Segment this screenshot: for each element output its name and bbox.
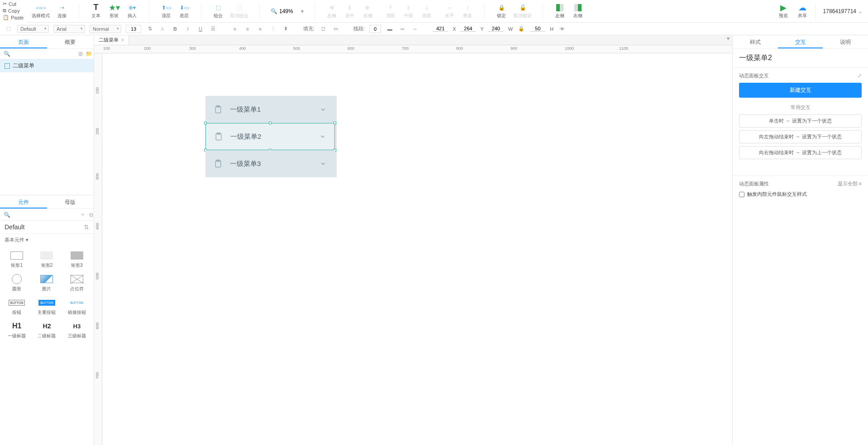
paste-button[interactable]: 📋Paste [3,14,24,20]
select-mode-button[interactable]: ▭▭选择模式 [32,4,50,19]
font-size-input[interactable] [126,25,141,33]
trigger-inner-checkbox[interactable]: 触发内部元件鼠标交互样式 [739,191,862,198]
left-panel-button[interactable]: 左侧 [554,4,566,19]
zoom-input[interactable] [279,8,299,14]
ix-preset-swipe-right[interactable]: 向右拖动结束时 → 设置为上一个状态 [739,146,862,159]
widget-image[interactable]: 图片 [33,272,61,294]
widget-link-button[interactable]: BUTTON链接按钮 [63,296,91,317]
tabs-dropdown-icon[interactable]: ▾ [724,35,732,45]
h-input[interactable] [530,26,545,32]
align-bottom-button[interactable]: ⫰底部 [421,4,433,19]
unlock-button[interactable]: 🔓取消锁定 [514,4,532,19]
align-left-button[interactable]: ⫷左侧 [326,4,338,19]
lib-settings-icon[interactable]: ⧉ [89,212,93,218]
add-folder-icon[interactable]: 📁 [86,51,92,57]
page-search-input[interactable] [13,51,76,57]
widget-h1[interactable]: H1一级标题 [3,319,31,341]
align-center-button[interactable]: ⫿居中 [344,4,356,19]
tab-notes[interactable]: 说明 [823,35,868,48]
preview-button[interactable]: ▶预览 [777,4,789,19]
widget-category[interactable]: 基本元件 ▾ [0,234,94,246]
widget-rect3[interactable]: 矩形3 [63,249,91,270]
align-middle-button[interactable]: ⫾中部 [403,4,415,19]
line-width-input[interactable] [369,25,381,33]
close-tab-icon[interactable]: × [121,38,124,43]
canvas-menu-item-1[interactable]: 一级菜单1 [205,96,335,123]
w-input[interactable] [488,26,504,32]
widget-circle[interactable]: 圆形 [3,272,31,294]
style-preset-select[interactable]: Default [17,25,49,33]
weight-select[interactable]: Normal [90,25,121,33]
document-tab[interactable]: 二级菜单 × [94,35,129,45]
tab-masters[interactable]: 母版 [47,195,94,208]
fill-more-button[interactable]: ▭ [332,25,340,33]
y-input[interactable] [460,26,476,32]
widget-button[interactable]: BUTTON按钮 [3,296,31,317]
add-page-icon[interactable]: ⊞ [78,51,83,57]
user-menu[interactable]: 17864197714⌄ [823,8,863,14]
widget-search-input[interactable] [14,212,76,218]
menu-item-label: 一级菜单3 [230,160,312,168]
tab-widgets[interactable]: 元件 [0,195,47,208]
lock-button[interactable]: 🔒锁定 [496,4,507,19]
show-all-link[interactable]: 显示全部 ≡ [838,180,862,187]
align-center-text-button[interactable]: ≡ [243,25,252,33]
copy-button[interactable]: ⧉Copy [3,8,24,14]
canvas-menu-item-2[interactable]: 一级菜单2 [205,123,335,150]
zoom-control[interactable]: 🔍 ▾ [271,8,304,14]
widget-rect2[interactable]: 矩形2 [33,249,61,270]
font-color-button[interactable]: A [158,25,167,33]
visibility-icon[interactable]: 👁 [558,25,566,33]
valign-button[interactable]: ⋮ [269,25,277,33]
connect-button[interactable]: ⇢连接 [56,4,68,19]
bullets-button[interactable]: ☰ [209,25,217,33]
x-input[interactable] [433,26,448,32]
widget-h2[interactable]: H2二级标题 [33,319,61,341]
widget-placeholder[interactable]: 占位符 [63,272,91,294]
preset-icon[interactable]: ⬚ [5,25,13,33]
canvas[interactable]: 一级菜单1 一级菜单2 一级菜单3 [102,53,732,445]
share-button[interactable]: ☁共享 [796,4,808,19]
text-button[interactable]: T文本 [90,4,102,19]
align-right-text-button[interactable]: ≡ [256,25,264,33]
dist-v-button[interactable]: ↕垂直 [462,4,473,19]
bold-button[interactable]: B [171,25,179,33]
new-interaction-button[interactable]: 新建交互 [739,83,862,98]
widget-h3[interactable]: H3三级标题 [63,319,91,341]
arrow-button[interactable]: ↔ [411,25,419,33]
line-color-button[interactable]: ▬ [386,25,394,33]
ix-preset-click[interactable]: 单击时 → 设置为下一个状态 [739,114,862,128]
ix-preset-swipe-left[interactable]: 向左拖动结束时 → 设置为下一个状态 [739,130,862,143]
canvas-menu-item-3[interactable]: 一级菜单3 [205,150,335,177]
ungroup-button[interactable]: ⬚取消组合 [230,4,248,19]
cut-button[interactable]: ✂Cut [3,1,24,7]
group-button[interactable]: ⬚组合 [212,4,224,19]
font-size-stepper[interactable]: ⇅ [146,25,154,33]
widget-primary-button[interactable]: BUTTON主要按钮 [33,296,61,317]
tab-pages[interactable]: 页面 [0,35,47,48]
insert-button[interactable]: ⊕▾插入 [126,4,138,19]
expand-icon[interactable]: ⤢ [858,73,862,79]
italic-button[interactable]: I [184,25,192,33]
underline-button[interactable]: U [196,25,205,33]
line-height-button[interactable]: ⬍ [281,25,290,33]
library-select[interactable]: Default⇅ [0,221,94,234]
fill-color-button[interactable]: ◻ [319,25,327,33]
align-left-text-button[interactable]: ≡ [231,25,239,33]
lock-aspect-icon[interactable]: 🔒 [517,25,525,33]
send-back-button[interactable]: ⬇▭底层 [178,4,190,19]
shape-button[interactable]: ★▾形状 [108,4,120,19]
right-panel-button[interactable]: 右侧 [572,4,584,19]
tab-interactions[interactable]: 交互 [778,35,823,48]
widget-rect1[interactable]: 矩形1 [3,249,31,270]
page-item[interactable]: 二级菜单 [0,59,94,72]
align-right-button[interactable]: ⫸右侧 [362,4,374,19]
dist-h-button[interactable]: ↔水平 [444,4,455,19]
bring-front-button[interactable]: ⬆▭顶层 [160,4,172,19]
font-select[interactable]: Arial [53,25,85,33]
add-lib-icon[interactable]: ＋ [80,211,86,218]
tab-style[interactable]: 样式 [733,35,778,48]
tab-outline[interactable]: 概要 [47,35,94,48]
align-top-button[interactable]: ⫯顶部 [385,4,396,19]
line-style-button[interactable]: ═ [398,25,406,33]
